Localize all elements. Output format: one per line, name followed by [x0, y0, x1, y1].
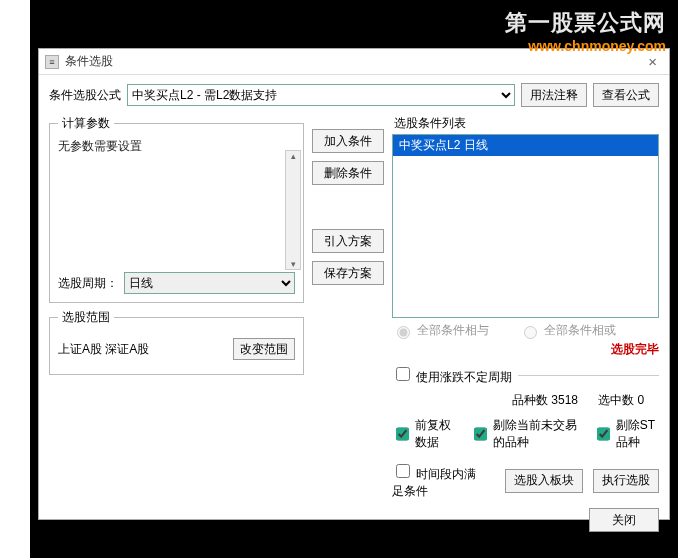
- time-range-checkbox[interactable]: 时间段内满足条件: [392, 461, 485, 500]
- close-button[interactable]: 关闭: [589, 508, 659, 532]
- period-label: 选股周期：: [58, 275, 118, 292]
- window-title: 条件选股: [65, 53, 113, 70]
- execute-button[interactable]: 执行选股: [593, 469, 659, 493]
- save-scheme-button[interactable]: 保存方案: [312, 261, 384, 285]
- exclude-st-checkbox[interactable]: 剔除ST品种: [593, 417, 659, 451]
- exclude-nontrading-checkbox[interactable]: 剔除当前未交易的品种: [470, 417, 579, 451]
- usage-button[interactable]: 用法注释: [521, 83, 587, 107]
- watermark-url: www.chnmoney.com: [505, 38, 666, 54]
- app-icon: ≡: [45, 55, 59, 69]
- condition-list[interactable]: 中奖买点L2 日线: [392, 134, 659, 318]
- fq-checkbox[interactable]: 前复权数据: [392, 417, 456, 451]
- to-block-button[interactable]: 选股入板块: [505, 469, 583, 493]
- logic-or-radio[interactable]: 全部条件相或: [519, 322, 616, 339]
- close-icon[interactable]: ×: [642, 53, 663, 70]
- range-text: 上证A股 深证A股: [58, 341, 149, 358]
- divider: [518, 375, 659, 376]
- view-formula-button[interactable]: 查看公式: [593, 83, 659, 107]
- params-scrollbar[interactable]: ▴▾: [285, 150, 301, 270]
- condition-list-label: 选股条件列表: [394, 115, 659, 132]
- formula-label: 条件选股公式: [49, 87, 121, 104]
- selected-count: 选中数 0: [598, 392, 644, 409]
- params-fieldset: 计算参数 无参数需要设置 ▴▾ 选股周期： 日线: [49, 115, 304, 303]
- change-range-button[interactable]: 改变范围: [233, 338, 295, 360]
- add-condition-button[interactable]: 加入条件: [312, 129, 384, 153]
- use-period-checkbox[interactable]: 使用涨跌不定周期: [392, 364, 512, 386]
- formula-row: 条件选股公式 中奖买点L2 - 需L2数据支持 用法注释 查看公式: [49, 83, 659, 107]
- import-scheme-button[interactable]: 引入方案: [312, 229, 384, 253]
- status-text: 选股完毕: [392, 341, 659, 358]
- list-item[interactable]: 中奖买点L2 日线: [393, 135, 658, 156]
- watermark-title: 第一股票公式网: [505, 8, 666, 38]
- formula-select[interactable]: 中奖买点L2 - 需L2数据支持: [127, 84, 515, 106]
- range-legend: 选股范围: [58, 309, 114, 326]
- range-fieldset: 选股范围 上证A股 深证A股 改变范围: [49, 309, 304, 375]
- watermark: 第一股票公式网 www.chnmoney.com: [505, 8, 666, 54]
- logic-and-radio[interactable]: 全部条件相与: [392, 322, 489, 339]
- dialog-window: ≡ 条件选股 × 条件选股公式 中奖买点L2 - 需L2数据支持 用法注释 查看…: [38, 48, 670, 520]
- no-params-text: 无参数需要设置: [58, 138, 295, 155]
- params-legend: 计算参数: [58, 115, 114, 132]
- total-count: 品种数 3518: [512, 392, 578, 409]
- left-white-stripe: [0, 0, 30, 558]
- period-select[interactable]: 日线: [124, 272, 295, 294]
- delete-condition-button[interactable]: 删除条件: [312, 161, 384, 185]
